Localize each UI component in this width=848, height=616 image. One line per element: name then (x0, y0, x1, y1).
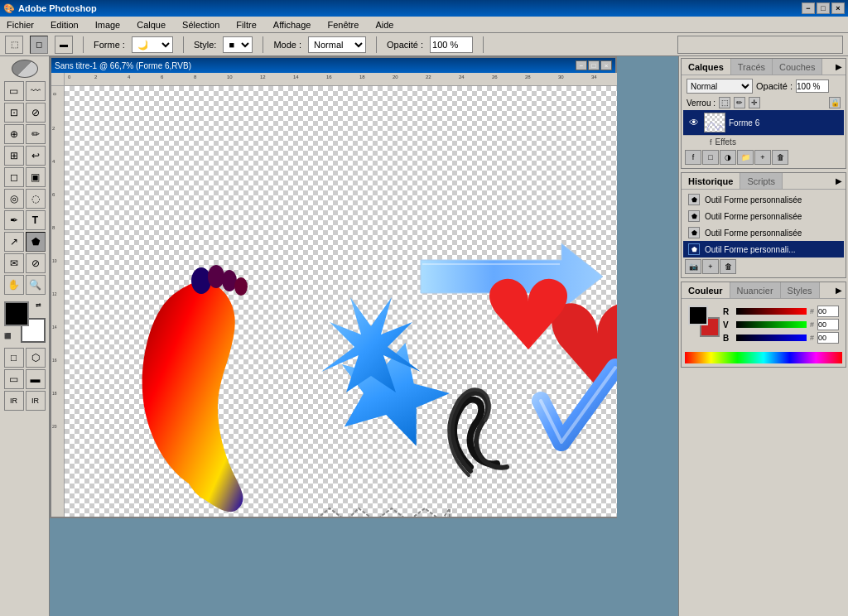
clone-stamp-tool[interactable]: ⊞ (4, 146, 24, 166)
shape-mode-fill[interactable]: ▬ (55, 36, 73, 54)
shape-tool[interactable]: ⬟ (26, 232, 46, 252)
zoom-tool[interactable]: 🔍 (26, 275, 46, 295)
b-channel-bar[interactable] (736, 334, 807, 341)
g-value-input[interactable] (817, 319, 839, 330)
canvas-maximize-button[interactable]: □ (588, 60, 600, 70)
swap-colors-icon[interactable]: ⇄ (36, 301, 46, 311)
tab-styles[interactable]: Styles (781, 282, 820, 298)
fg-color-swatch[interactable] (688, 306, 708, 325)
layer-item-forme6[interactable]: 👁 Forme 6 (683, 110, 844, 135)
notes-tool[interactable]: ✉ (4, 253, 24, 273)
blend-mode-select[interactable]: Normal (687, 79, 753, 94)
menu-fichier[interactable]: Fichier (3, 18, 37, 31)
mode-select[interactable]: Normal (308, 36, 366, 53)
new-adjustment-button[interactable]: ◑ (720, 150, 736, 165)
delete-state-button[interactable]: 🗑 (720, 259, 736, 274)
menu-aide[interactable]: Aide (372, 18, 397, 31)
new-layer-button[interactable]: + (754, 150, 771, 165)
imageready-button[interactable]: IR (4, 391, 24, 411)
toolbox: ▭ 〰 ⊡ ⊘ ⊕ ✏ ⊞ ↩ ◻ ▣ ◎ ◌ ✒ T ↗ ⬟ (0, 56, 50, 616)
tab-traces[interactable]: Tracés (731, 59, 773, 75)
blur-tool[interactable]: ◌ (26, 189, 46, 209)
quick-mask-button[interactable]: ⬡ (26, 348, 46, 368)
menu-affichage[interactable]: Affichage (270, 18, 315, 31)
lock-transparent-button[interactable]: ⬚ (719, 97, 730, 108)
menu-edition[interactable]: Edition (47, 18, 82, 31)
pen-tool[interactable]: ✒ (4, 210, 24, 230)
history-menu-button[interactable]: ▶ (832, 175, 846, 188)
lock-position-button[interactable]: ✛ (749, 97, 760, 108)
maximize-button[interactable]: □ (817, 2, 830, 14)
default-colors-icon[interactable]: ⬛ (4, 333, 14, 343)
shape-mode-path[interactable]: ◻ (30, 36, 48, 54)
r-channel-row: R # (723, 306, 839, 317)
color-spectrum-bar[interactable] (685, 352, 842, 363)
heal-brush-tool[interactable]: ⊕ (4, 124, 24, 144)
standard-screen-button[interactable]: ▭ (4, 369, 24, 389)
opacity-input[interactable] (796, 79, 829, 93)
heart-shape (552, 303, 617, 387)
canvas-minimize-button[interactable]: − (576, 60, 587, 70)
tab-couches[interactable]: Couches (773, 59, 822, 75)
full-screen-button[interactable]: ▬ (26, 369, 46, 389)
eraser-tool[interactable]: ◻ (4, 167, 24, 187)
menu-fenetre[interactable]: Fenêtre (324, 18, 362, 31)
layer-style-button[interactable]: f (685, 150, 701, 165)
gradient-tool[interactable]: ▣ (26, 167, 46, 187)
shape-mode-shape[interactable]: ⬚ (5, 36, 23, 54)
crop-tool[interactable]: ⊡ (4, 103, 24, 123)
lock-pixels-button[interactable]: ✏ (734, 97, 745, 108)
tab-calques[interactable]: Calques (682, 59, 731, 75)
b-label: B (723, 334, 733, 343)
new-document-from-state-button[interactable]: + (702, 259, 719, 274)
color-picker-area[interactable] (677, 36, 843, 54)
brush-tool[interactable]: ✏ (26, 124, 46, 144)
history-item-2[interactable]: ⬟ Outil Forme personnalisée (683, 208, 844, 224)
history-item-4[interactable]: ⬟ Outil Forme personnali... (683, 241, 844, 257)
menu-image[interactable]: Image (92, 18, 124, 31)
marquee-rect-tool[interactable]: ▭ (4, 81, 24, 101)
hand-tool[interactable]: ✋ (4, 275, 24, 295)
imageready2-button[interactable]: IR (26, 391, 46, 411)
ruler-corner (51, 73, 65, 86)
tab-scripts[interactable]: Scripts (740, 173, 783, 189)
history-brush-tool[interactable]: ↩ (26, 146, 46, 166)
tool-row-4: ⊞ ↩ (4, 146, 46, 166)
menu-filtre[interactable]: Filtre (233, 18, 259, 31)
layers-menu-button[interactable]: ▶ (832, 60, 846, 74)
history-item-1[interactable]: ⬟ Outil Forme personnalisée (683, 191, 844, 208)
normal-mode-button[interactable]: □ (4, 348, 24, 368)
slice-tool[interactable]: ⊘ (26, 103, 46, 123)
delete-layer-button[interactable]: 🗑 (772, 150, 788, 165)
marquee-lasso-tool[interactable]: 〰 (26, 81, 46, 101)
canvas-content[interactable] (65, 86, 617, 517)
tab-nuancier[interactable]: Nuancier (730, 282, 781, 298)
color-menu-button[interactable]: ▶ (832, 284, 846, 297)
tab-historique[interactable]: Historique (682, 173, 740, 189)
lock-all-button[interactable]: 🔒 (829, 97, 841, 108)
history-item-3[interactable]: ⬟ Outil Forme personnalisée (683, 224, 844, 241)
add-mask-button[interactable]: □ (702, 150, 719, 165)
layer-visibility-toggle[interactable]: 👁 (687, 116, 701, 129)
menu-selection[interactable]: Sélection (179, 18, 223, 31)
menu-calque[interactable]: Calque (133, 18, 169, 31)
g-channel-bar[interactable] (736, 321, 807, 328)
minimize-button[interactable]: − (802, 2, 815, 14)
style-select[interactable]: ■ (223, 36, 253, 53)
canvas-frame[interactable] (65, 86, 617, 517)
path-selection-tool[interactable]: ↗ (4, 232, 24, 252)
new-snapshot-button[interactable]: 📷 (685, 259, 701, 274)
b-value-input[interactable] (817, 332, 839, 344)
dodge-tool[interactable]: ◎ (4, 189, 24, 209)
forme-select[interactable]: 🌙 (132, 36, 173, 53)
opacite-input[interactable] (430, 36, 473, 53)
eyedropper-tool[interactable]: ⊘ (26, 253, 46, 273)
r-channel-bar[interactable] (736, 308, 807, 315)
text-tool[interactable]: T (26, 210, 46, 230)
tab-couleur[interactable]: Couleur (682, 282, 730, 298)
r-value-input[interactable] (817, 306, 839, 317)
new-group-button[interactable]: 📁 (737, 150, 754, 165)
close-button[interactable]: × (831, 2, 845, 14)
foreground-color-swatch[interactable] (4, 301, 29, 326)
canvas-close-button[interactable]: × (600, 60, 612, 70)
